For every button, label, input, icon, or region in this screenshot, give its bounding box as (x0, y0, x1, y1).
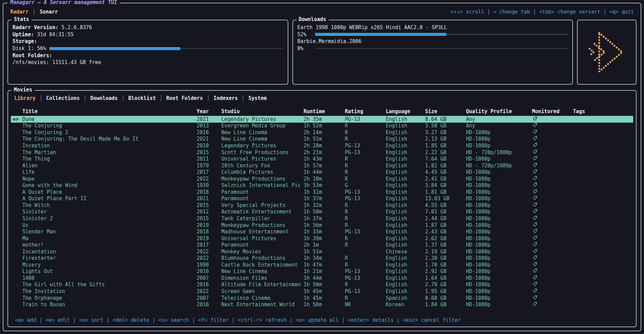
table-row[interactable]: => The Thing 2011 Universal Pictures 1h … (11, 155, 633, 162)
cell-monitored (532, 275, 573, 281)
cell-studio: Madhouse Entertainment (221, 229, 304, 235)
table-row[interactable]: => The Girl with All the Gifts 2016 Alti… (11, 281, 633, 288)
top-bar: Radarr Sonarr <↑↓>scroll ↔change tab <ta… (7, 6, 637, 17)
table-row[interactable]: => Alien 1979 20th Century Fox 1h 57m R … (11, 162, 633, 169)
disk-usage-progressbar (49, 47, 283, 50)
download-item-name: Barbie.Mermaidia.2006 (297, 38, 568, 45)
cell-year: 2015 (197, 149, 221, 155)
cell-rating: PG-13 (345, 149, 386, 155)
cell-year: 2012 (197, 209, 221, 215)
table-row[interactable]: => Sinister 2 2015 Tank Caterpillar 1h 3… (11, 215, 633, 222)
servarr-tabs: Radarr Sonarr (10, 9, 58, 15)
movies-tab[interactable]: Root Folders (159, 95, 203, 101)
table-row[interactable]: => Gone with the Wind 1939 Selznick Inte… (11, 182, 633, 189)
keybind-hint: <o>sort (73, 317, 103, 323)
table-row[interactable]: => Dune 2021 Legendary Pictures 2h 35m P… (11, 116, 633, 123)
monitored-tag-icon (532, 156, 537, 161)
table-row[interactable]: => mother! 2017 Paramount 2h 1m R Englis… (11, 242, 633, 248)
row-gutter: => (11, 156, 22, 162)
movies-tab[interactable]: System (242, 95, 267, 101)
keybind-label: delete (131, 317, 149, 323)
table-row[interactable]: => The Witch 2015 Very Special Projects … (11, 202, 633, 209)
cell-rating: PG-13 (345, 143, 386, 149)
cell-size: 2.44 GB (425, 215, 466, 222)
movies-tab[interactable]: Library (14, 95, 36, 101)
table-row[interactable]: => The Conjuring: The Devil Made Me Do I… (11, 136, 633, 143)
keybind-key: <tab> (539, 9, 554, 15)
movies-tab[interactable]: Collections (39, 95, 80, 101)
movies-tab[interactable]: Indexers (207, 95, 238, 101)
table-row[interactable]: => Sinister 2012 Automatik Entertainment… (11, 209, 633, 215)
keybind-key: <↑↓> (450, 9, 463, 15)
cell-year: 2013 (197, 123, 221, 129)
cell-language: English (386, 222, 425, 228)
keybind-label: edit (58, 317, 70, 323)
movies-tab[interactable]: Blocklist (121, 95, 156, 101)
keybind-hint: <e>edit (39, 317, 70, 323)
table-row[interactable]: => Incantation 2022 Monkey Movies 1h 51m… (11, 248, 633, 255)
cell-monitored (532, 189, 573, 195)
monitored-tag-icon (532, 202, 537, 207)
cell-year: 2018 (197, 189, 221, 195)
downloads-panel: Downloads Earth 1998 1080p WEBRip x265 H… (292, 20, 573, 85)
cell-studio: Tank Caterpillar (221, 215, 304, 222)
row-gutter: => (11, 215, 22, 222)
cell-year: 2007 (197, 295, 221, 301)
progress-fill (315, 33, 447, 36)
cell-size: 1.70 GB (425, 262, 466, 268)
monitored-tag-icon (532, 268, 537, 273)
cell-studio: Monkeypaw Productions (221, 176, 304, 182)
servarr-tab[interactable]: Radarr (10, 9, 28, 15)
servarr-tab[interactable]: Sonarr (32, 9, 58, 15)
cell-size: 8.64 GB (425, 116, 466, 122)
cell-quality-profile: HD-1080p (466, 143, 532, 149)
table-row[interactable]: => Nope 2022 Monkeypaw Productions 2h 10… (11, 175, 633, 182)
cell-year: 2007 (197, 275, 221, 281)
table-row[interactable]: => The Conjuring 2013 Evergreen Media Gr… (11, 123, 633, 129)
table-row[interactable]: => A Quiet Place Part II 2021 Paramount … (11, 195, 633, 202)
movies-tab[interactable]: Downloads (84, 95, 118, 101)
monitored-tag-icon (532, 129, 537, 134)
table-row[interactable]: => 1408 2007 Dimension Films 1h 44m PG-1… (11, 275, 633, 281)
cell-title: Train to Busan (22, 301, 197, 308)
table-row[interactable]: => Ma 2019 Universal Pictures 1h 39m R E… (11, 235, 633, 242)
keybind-hint: <ctrl-r>refresh (232, 317, 287, 323)
col-size: Size (425, 108, 466, 114)
cell-runtime: 3h 53m (304, 182, 345, 188)
table-row[interactable]: => Slender Man 2018 Madhouse Entertainme… (11, 228, 633, 235)
monitored-tag-icon (532, 123, 537, 127)
table-row[interactable]: => Inception 2010 Legendary Pictures 2h … (11, 142, 633, 149)
col-tags: Tags (573, 108, 633, 114)
cell-size: 2.13 GB (425, 136, 466, 142)
table-row[interactable]: => The Martian 2015 Scott Free Productio… (11, 149, 633, 156)
table-row[interactable]: => Life 2017 Columbia Pictures 1h 44m R … (11, 169, 633, 175)
cell-runtime: 1h 32m (304, 202, 345, 208)
cell-runtime: 2h 35m (304, 116, 345, 122)
cell-title: The Invitation (22, 288, 197, 294)
table-row[interactable]: => The Conjuring 2 2016 New Line Cinema … (11, 129, 633, 136)
app-window: Managarr — A Servarr management TUI Rada… (3, 3, 641, 331)
table-row[interactable]: => Us 2019 Monkeypaw Productions 1h 56m … (11, 222, 633, 229)
table-row[interactable]: => The Invitation 2022 Screen Gems 1h 45… (11, 288, 633, 295)
table-row[interactable]: => A Quiet Place 2018 Paramount 1h 31m P… (11, 189, 633, 195)
monitored-tag-icon (532, 215, 537, 220)
cell-monitored (532, 262, 573, 268)
keybind-key: <enter> (348, 317, 369, 323)
cell-title: The Martian (22, 149, 197, 155)
cell-size: 3.84 GB (425, 182, 466, 188)
cell-language: English (386, 229, 425, 235)
table-row[interactable]: => Misery 1990 Castle Rock Entertainment… (11, 262, 633, 268)
keybind-key: <ctrl-r> (238, 317, 262, 323)
table-row[interactable]: => Firestarter 2022 Blumhouse Production… (11, 255, 633, 262)
row-gutter: => (11, 242, 22, 248)
cell-year: 2010 (197, 143, 221, 149)
cell-rating: G (345, 182, 386, 188)
cell-language: English (386, 209, 425, 215)
cell-rating: R (345, 129, 386, 135)
download-percent: 0% (297, 45, 312, 51)
table-row[interactable]: => Lights Out 2016 New Line Cinema 1h 21… (11, 268, 633, 275)
table-row[interactable]: => The Orphanage 2007 Telecinco Cinema 1… (11, 295, 633, 301)
cell-runtime: 1h 45m (304, 288, 345, 294)
table-row[interactable]: => Train to Busan 2016 Next Entertainmen… (11, 301, 633, 308)
row-gutter: => (11, 123, 22, 129)
